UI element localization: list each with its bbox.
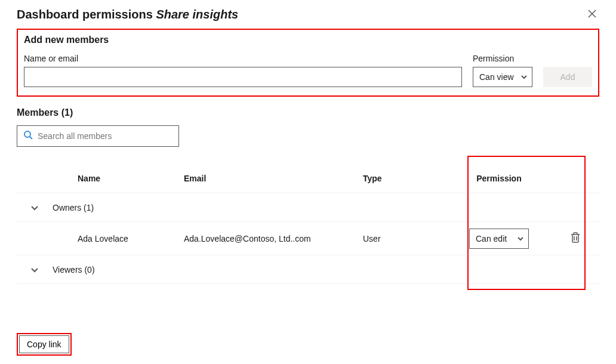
search-members-input[interactable] <box>38 131 173 141</box>
members-table-header: Name Email Type Permission <box>17 164 599 193</box>
add-members-heading: Add new members <box>24 35 592 45</box>
column-permission: Permission <box>446 174 552 183</box>
svg-line-3 <box>30 137 32 139</box>
member-permission-value: Can edit <box>476 234 507 243</box>
permission-dropdown[interactable]: Can view <box>473 67 532 87</box>
member-type: User <box>363 234 446 243</box>
delete-icon[interactable] <box>571 232 580 245</box>
add-members-section: Add new members Name or email Permission… <box>17 29 599 97</box>
group-row-viewers[interactable]: Viewers (0) <box>17 255 599 284</box>
title-subtitle: Share insights <box>156 8 238 21</box>
chevron-down-icon <box>17 204 53 211</box>
svg-point-2 <box>24 131 30 137</box>
members-table: Name Email Type Permission Owners (1) Ad… <box>17 164 599 284</box>
column-name: Name <box>53 174 184 183</box>
highlight-copy-link: Copy link <box>17 333 72 356</box>
members-heading: Members (1) <box>17 107 599 118</box>
copy-link-button[interactable]: Copy link <box>19 335 69 353</box>
member-permission-dropdown[interactable]: Can edit <box>469 229 529 249</box>
dialog-footer: Copy link <box>17 333 72 356</box>
search-members-field[interactable] <box>17 125 179 147</box>
close-button[interactable] <box>585 7 599 21</box>
permission-field: Permission Can view <box>473 54 532 87</box>
column-type: Type <box>363 174 446 183</box>
dialog-header: Dashboard permissions Share insights <box>17 7 599 21</box>
close-icon <box>588 10 596 20</box>
column-email: Email <box>184 174 363 183</box>
group-label: Owners (1) <box>53 203 599 212</box>
group-label: Viewers (0) <box>53 265 599 274</box>
member-row: Ada Lovelace Ada.Lovelace@Contoso, Ltd..… <box>17 222 599 255</box>
name-email-field: Name or email <box>24 54 462 87</box>
permission-value: Can view <box>479 72 514 82</box>
member-permission-cell: Can edit <box>446 229 552 249</box>
chevron-down-icon <box>518 234 523 243</box>
chevron-down-icon <box>17 266 53 273</box>
member-name: Ada Lovelace <box>53 234 184 243</box>
name-email-input[interactable] <box>24 67 462 87</box>
member-email: Ada.Lovelace@Contoso, Ltd..com <box>184 234 363 243</box>
title-main: Dashboard permissions <box>17 8 153 21</box>
add-button[interactable]: Add <box>543 67 592 87</box>
search-icon <box>23 130 33 142</box>
dialog-title: Dashboard permissions Share insights <box>17 8 238 21</box>
permission-field-label: Permission <box>473 54 532 63</box>
name-email-label: Name or email <box>24 54 462 63</box>
group-row-owners[interactable]: Owners (1) <box>17 193 599 222</box>
chevron-down-icon <box>521 72 527 82</box>
add-members-row: Name or email Permission Can view Add <box>24 54 592 87</box>
